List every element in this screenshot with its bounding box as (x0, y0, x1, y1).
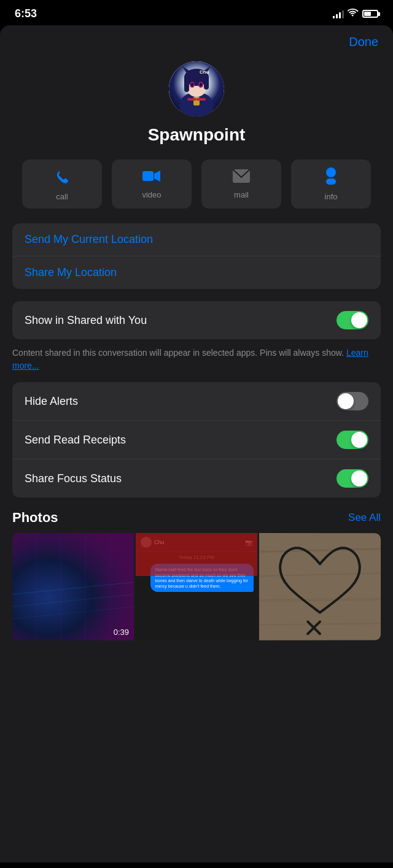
profile-section: Chu Spawnpoint (0, 49, 393, 159)
wifi-icon (348, 9, 359, 19)
call-icon (53, 167, 71, 188)
hide-alerts-toggle[interactable] (337, 392, 368, 410)
photos-grid: 0:39 Chu 📷 Today 11:23 PM Mama said feed… (12, 533, 381, 640)
done-button[interactable]: Done (349, 35, 378, 49)
svg-point-11 (191, 83, 193, 86)
svg-rect-15 (196, 98, 206, 101)
svg-rect-21 (326, 179, 336, 185)
video-label: video (142, 190, 161, 199)
mail-icon (233, 169, 250, 186)
toggle-knob (351, 432, 367, 448)
shared-with-you-toggle[interactable] (337, 311, 368, 329)
share-focus-status-toggle[interactable] (337, 469, 368, 488)
svg-rect-5 (184, 75, 189, 92)
main-container: Done (0, 25, 393, 862)
chat-overlay: Chu 📷 Today 11:23 PM Mama said feed the … (136, 533, 257, 640)
photos-section: Photos See All (12, 510, 381, 640)
shared-with-you-label: Show in Shared with You (25, 314, 147, 327)
shared-description-text: Content shared in this conversation will… (12, 348, 344, 358)
signal-icon (333, 10, 344, 18)
status-icons (333, 9, 378, 19)
mail-button[interactable]: mail (201, 159, 281, 209)
send-read-receipts-row: Send Read Receipts (12, 420, 381, 459)
svg-rect-14 (187, 98, 196, 101)
avatar-image: Chu (169, 61, 224, 117)
mail-label: mail (234, 190, 249, 199)
location-section: Send My Current Location Share My Locati… (12, 223, 381, 289)
hide-alerts-row: Hide Alerts (12, 382, 381, 420)
photo-item-2[interactable]: Chu 📷 Today 11:23 PM Mama said feed the … (136, 533, 257, 640)
shared-with-you-section: Show in Shared with You (12, 301, 381, 339)
battery-icon (362, 10, 378, 18)
svg-point-12 (200, 83, 202, 86)
share-focus-status-row: Share Focus Status (12, 459, 381, 497)
shared-with-you-row: Show in Shared with You (12, 301, 381, 339)
action-buttons: call video mail (0, 159, 393, 223)
video-button[interactable]: video (112, 159, 192, 209)
share-focus-status-label: Share Focus Status (25, 472, 122, 485)
info-button[interactable]: info (291, 159, 371, 209)
status-bar: 6:53 (0, 0, 393, 25)
photos-title: Photos (12, 510, 58, 526)
call-label: call (56, 192, 68, 201)
photos-header: Photos See All (12, 510, 381, 526)
svg-text:Chu: Chu (200, 69, 209, 75)
avatar: Chu (169, 61, 224, 117)
toggle-knob (338, 393, 354, 409)
svg-point-20 (326, 167, 336, 177)
share-my-location-item[interactable]: Share My Location (12, 256, 381, 289)
shared-description: Content shared in this conversation will… (0, 344, 393, 382)
contact-name: Spawnpoint (148, 125, 246, 145)
avatar-svg: Chu (169, 61, 224, 117)
photo-item-3[interactable] (259, 533, 381, 640)
info-label: info (325, 192, 338, 201)
toggle-knob (351, 470, 367, 486)
send-current-location-text: Send My Current Location (25, 233, 153, 246)
call-button[interactable]: call (22, 159, 102, 209)
video-duration: 0:39 (114, 628, 129, 637)
status-time: 6:53 (15, 7, 37, 20)
svg-rect-17 (142, 171, 154, 181)
share-my-location-text: Share My Location (25, 266, 117, 279)
heart-drawing-svg (259, 533, 381, 640)
svg-line-34 (259, 599, 381, 601)
settings-section: Hide Alerts Send Read Receipts Share Foc… (12, 382, 381, 497)
header: Done (0, 25, 393, 49)
see-all-photos-button[interactable]: See All (348, 512, 381, 524)
svg-rect-23 (12, 533, 134, 640)
svg-rect-6 (204, 75, 209, 90)
watermark: Non-stop fun at FUNsubstance.com (0, 862, 393, 868)
send-read-receipts-toggle[interactable] (337, 431, 368, 449)
send-read-receipts-label: Send Read Receipts (25, 434, 126, 447)
hide-alerts-label: Hide Alerts (25, 395, 78, 408)
toggle-knob (351, 312, 367, 328)
send-current-location-item[interactable]: Send My Current Location (12, 223, 381, 256)
photo-item-1[interactable]: 0:39 (12, 533, 134, 640)
svg-marker-18 (154, 171, 160, 182)
info-icon (323, 167, 339, 188)
video-icon (142, 169, 161, 186)
